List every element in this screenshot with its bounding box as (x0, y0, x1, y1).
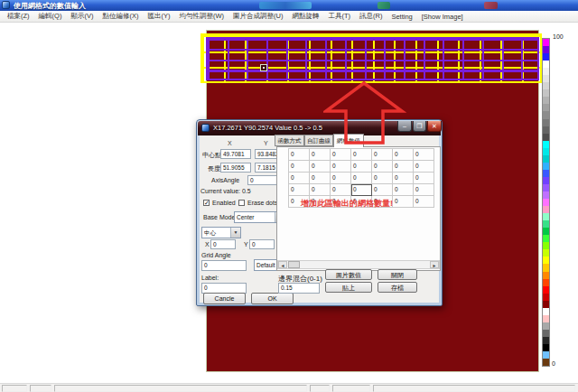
menu-item[interactable]: 顯示(V) (66, 12, 98, 21)
center-x-input[interactable]: 49.7081 (220, 149, 251, 159)
grid-cell[interactable]: 0 (289, 161, 310, 173)
status-pane (30, 385, 51, 392)
annotation-note: 增加此區輸出的網格數量! (301, 198, 393, 210)
grid-cell[interactable]: 0 (331, 161, 351, 173)
grid-cell[interactable]: 0 (372, 149, 393, 161)
offset-x-input[interactable]: 0 (210, 239, 236, 249)
menu-item[interactable]: 檔案(Z) (3, 12, 34, 21)
palette-band (543, 344, 549, 351)
status-pane (2, 385, 27, 392)
close-icon[interactable]: ✕ (427, 121, 442, 132)
palette-band (543, 235, 549, 242)
grid-cell[interactable]: 0 (331, 173, 351, 184)
grid-cell[interactable]: 0 (289, 184, 310, 196)
grid-angle-mode-value: Default (256, 262, 275, 268)
grid-cell[interactable]: 0 (310, 173, 331, 184)
dialog-icon (201, 124, 210, 132)
menu-item[interactable]: 均勻性調整(W) (174, 12, 228, 21)
palette-band (543, 97, 549, 104)
palette-band (543, 89, 549, 97)
titlebar-artifact (259, 2, 312, 9)
palette-band (543, 199, 549, 206)
grid-cell[interactable]: 0 (351, 161, 372, 173)
status-bar (0, 383, 578, 392)
palette-band (543, 294, 549, 301)
palette-band (543, 119, 549, 126)
close-button[interactable]: 關閉 (378, 269, 417, 280)
grid-cell[interactable]: 0 (289, 173, 310, 184)
palette-band (543, 184, 549, 191)
grid-cell[interactable]: 0 (351, 173, 372, 184)
palette-band (543, 111, 549, 118)
center-label: 中心點 (202, 151, 221, 160)
grid-cell[interactable]: 0 (289, 149, 310, 161)
menu-item[interactable]: 網點旋轉 (287, 12, 323, 21)
grid-cell[interactable]: 0 (393, 196, 414, 208)
save-button[interactable]: 存檔 (378, 282, 417, 293)
menu-item[interactable]: 圖片合成調整(U) (228, 12, 287, 21)
length-x-input[interactable]: 51.9055 (220, 163, 251, 173)
window-titlebar[interactable]: 使用網格式的數值輸入 (0, 0, 578, 11)
grid-cell[interactable]: 0 (393, 149, 414, 161)
label-label: Label: (201, 275, 219, 281)
app-window: 使用網格式的數值輸入 檔案(Z)編輯(Q)顯示(V)點位編修(X)匯出(Y)均勻… (0, 0, 578, 392)
ok-button[interactable]: OK (251, 293, 294, 304)
grid-angle-input[interactable]: 0 (201, 260, 247, 271)
grid-cell[interactable]: 0 (414, 173, 434, 184)
maximize-button[interactable]: ❐ (413, 121, 426, 132)
menu-item[interactable]: 編輯(Q) (34, 12, 67, 21)
palette-band (543, 134, 549, 141)
status-pane (54, 385, 307, 392)
grid-cell[interactable]: 0 (351, 184, 372, 196)
menu-item[interactable]: 匯出(Y) (143, 12, 174, 21)
grid-cell[interactable]: 0 (351, 149, 372, 161)
grid-cell[interactable]: 0 (310, 161, 331, 173)
enabled-checkbox[interactable]: ✓ (203, 200, 210, 206)
menu-item[interactable]: 訊息(R) (355, 12, 387, 21)
scroll-left-icon[interactable]: ◄ (278, 261, 287, 268)
grid-cell[interactable]: 0 (331, 184, 351, 196)
palette-band (543, 242, 549, 249)
chevron-down-icon[interactable]: ▼ (230, 228, 240, 238)
horizontal-scrollbar[interactable]: ◄ ► (277, 260, 440, 269)
column-header-x: X (228, 140, 232, 146)
palette-band (543, 82, 549, 89)
cancel-button[interactable]: Cancle (203, 293, 246, 304)
annotation-arrow-up (323, 78, 406, 146)
paste-button[interactable]: 貼上 (325, 282, 372, 293)
scrollbar-thumb[interactable] (288, 261, 300, 268)
grid-cell[interactable]: 0 (331, 149, 351, 161)
grid-cell[interactable]: 0 (414, 184, 434, 196)
grid-cell[interactable]: 0 (393, 184, 414, 196)
app-icon (2, 1, 10, 9)
image-values-button[interactable]: 圖片數值 (325, 269, 372, 280)
offset-x-label: X (205, 241, 210, 247)
grid-cell[interactable]: 0 (372, 184, 393, 196)
erase-dots-checkbox[interactable] (238, 200, 245, 206)
grid-cell[interactable]: 0 (310, 184, 331, 196)
palette-band (543, 279, 549, 286)
menu-item[interactable]: Setting (387, 13, 416, 21)
grid-cell[interactable]: 0 (414, 161, 434, 173)
grid-cell[interactable]: 0 (393, 173, 414, 184)
grid-cell[interactable]: 0 (372, 173, 393, 184)
grid-cell[interactable]: 0 (393, 161, 414, 173)
grid-cell[interactable]: 0 (414, 149, 434, 161)
palette-band (543, 249, 549, 257)
grid-cell[interactable]: 0 (414, 196, 434, 208)
palette-band (543, 191, 549, 199)
blend-input[interactable]: 0.15 (278, 283, 320, 294)
grid-cell[interactable]: 0 (372, 161, 393, 173)
grid-cell[interactable]: 0 (310, 149, 331, 161)
palette-band (543, 126, 549, 134)
offset-y-input[interactable]: 0 (249, 239, 275, 249)
menu-item[interactable]: [Show Image] (417, 13, 468, 21)
palette-band (543, 163, 549, 170)
palette-band (543, 75, 549, 82)
anchor-select[interactable]: 中心 ▼ (201, 227, 241, 238)
selected-point-marker[interactable] (260, 64, 267, 71)
tab-function-mode[interactable]: 函數方式 (275, 135, 304, 146)
menu-item[interactable]: 工具(T) (323, 12, 355, 21)
menu-item[interactable]: 點位編修(X) (98, 12, 143, 21)
scroll-right-icon[interactable]: ► (430, 261, 439, 268)
